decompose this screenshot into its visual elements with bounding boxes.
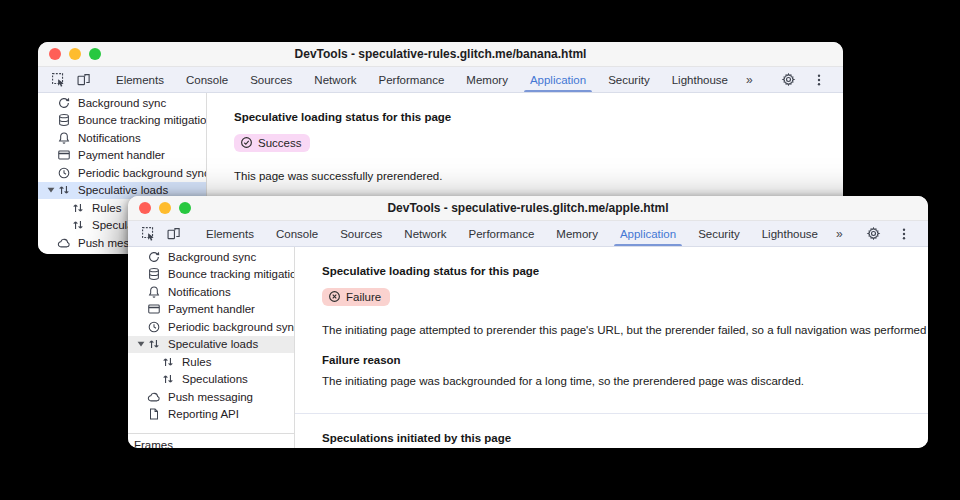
sidebar-item-periodic-background-sync[interactable]: Periodic background sync bbox=[38, 164, 206, 182]
status-heading: Speculative loading status for this page bbox=[234, 109, 843, 125]
status-detail-text: The initiating page attempted to prerend… bbox=[322, 322, 928, 338]
close-window-button[interactable] bbox=[49, 48, 61, 60]
sidebar-item-reporting-api[interactable]: Reporting API bbox=[128, 406, 294, 424]
device-toolbar-icon[interactable] bbox=[73, 70, 93, 90]
tab-network[interactable]: Network bbox=[393, 221, 457, 246]
traffic-lights bbox=[38, 48, 101, 60]
sidebar-item-payment-handler[interactable]: Payment handler bbox=[128, 301, 294, 319]
kebab-menu-icon[interactable] bbox=[809, 70, 829, 90]
panel-tabs: Elements Console Sources Network Perform… bbox=[195, 221, 850, 246]
titlebar: DevTools - speculative-rules.glitch.me/a… bbox=[128, 196, 928, 221]
section-divider bbox=[295, 413, 928, 414]
more-tabs-button[interactable]: » bbox=[739, 67, 760, 92]
sidebar-item-payment-handler[interactable]: Payment handler bbox=[38, 147, 206, 165]
sidebar-item-rules[interactable]: Rules bbox=[128, 353, 294, 371]
tab-console[interactable]: Console bbox=[175, 67, 239, 92]
bell-icon bbox=[146, 284, 162, 300]
tab-sources[interactable]: Sources bbox=[329, 221, 393, 246]
document-icon bbox=[146, 406, 162, 422]
bell-icon bbox=[56, 130, 72, 146]
cloud-icon bbox=[146, 389, 162, 405]
tab-elements[interactable]: Elements bbox=[105, 67, 175, 92]
speculative-loads-report: Speculative loading status for this page… bbox=[295, 247, 928, 448]
failure-reason-heading: Failure reason bbox=[322, 352, 928, 368]
tab-security[interactable]: Security bbox=[687, 221, 751, 246]
clock-icon bbox=[146, 319, 162, 335]
up-down-arrows-icon bbox=[56, 182, 72, 198]
tab-elements[interactable]: Elements bbox=[195, 221, 265, 246]
up-down-arrows-icon bbox=[146, 336, 162, 352]
tab-performance[interactable]: Performance bbox=[368, 67, 456, 92]
settings-gear-icon[interactable] bbox=[778, 70, 798, 90]
kebab-menu-icon[interactable] bbox=[894, 224, 914, 244]
sync-icon bbox=[146, 249, 162, 265]
check-circle-icon bbox=[240, 136, 253, 151]
sidebar-item-bounce-tracking-mitigations[interactable]: Bounce tracking mitigations bbox=[128, 266, 294, 284]
speculations-heading: Speculations initiated by this page bbox=[322, 430, 928, 446]
inspect-element-icon[interactable] bbox=[138, 224, 158, 244]
status-detail-text: This page was successfully prerendered. bbox=[234, 168, 843, 184]
tab-memory[interactable]: Memory bbox=[455, 67, 519, 92]
tab-memory[interactable]: Memory bbox=[545, 221, 609, 246]
zoom-window-button[interactable] bbox=[179, 202, 191, 214]
zoom-window-button[interactable] bbox=[89, 48, 101, 60]
sidebar-item-notifications[interactable]: Notifications bbox=[128, 283, 294, 301]
window-title: DevTools - speculative-rules.glitch.me/b… bbox=[38, 47, 843, 61]
close-window-button[interactable] bbox=[139, 202, 151, 214]
inspect-element-icon[interactable] bbox=[48, 70, 68, 90]
status-badge-label: Failure bbox=[346, 291, 381, 303]
more-tabs-button[interactable]: » bbox=[829, 221, 850, 246]
status-badge: Failure bbox=[322, 288, 390, 306]
window-title: DevTools - speculative-rules.glitch.me/a… bbox=[128, 201, 928, 215]
tab-application[interactable]: Application bbox=[519, 67, 597, 92]
database-icon bbox=[146, 266, 162, 282]
sidebar-item-speculative-loads[interactable]: Speculative loads bbox=[128, 336, 294, 354]
document-icon bbox=[56, 252, 72, 254]
up-down-arrows-icon bbox=[70, 200, 86, 216]
failure-reason-text: The initiating page was backgrounded for… bbox=[322, 373, 928, 389]
sidebar-item-notifications[interactable]: Notifications bbox=[38, 129, 206, 147]
cross-circle-icon bbox=[328, 290, 341, 305]
tab-lighthouse[interactable]: Lighthouse bbox=[661, 67, 739, 92]
up-down-arrows-icon bbox=[160, 371, 176, 387]
sidebar-item-periodic-background-sync[interactable]: Periodic background sync bbox=[128, 318, 294, 336]
up-down-arrows-icon bbox=[160, 354, 176, 370]
payment-card-icon bbox=[56, 147, 72, 163]
traffic-lights bbox=[128, 202, 191, 214]
tab-application[interactable]: Application bbox=[609, 221, 687, 246]
tab-sources[interactable]: Sources bbox=[239, 67, 303, 92]
minimize-window-button[interactable] bbox=[69, 48, 81, 60]
devtools-window-apple: DevTools - speculative-rules.glitch.me/a… bbox=[128, 196, 928, 448]
sidebar-item-background-sync[interactable]: Background sync bbox=[128, 248, 294, 266]
payment-card-icon bbox=[146, 301, 162, 317]
minimize-window-button[interactable] bbox=[159, 202, 171, 214]
tab-security[interactable]: Security bbox=[597, 67, 661, 92]
titlebar: DevTools - speculative-rules.glitch.me/b… bbox=[38, 42, 843, 67]
status-badge-label: Success bbox=[258, 137, 301, 149]
devtools-tab-strip: Elements Console Sources Network Perform… bbox=[38, 67, 843, 93]
sidebar-item-frames[interactable]: Frames bbox=[128, 434, 294, 448]
status-badge: Success bbox=[234, 134, 310, 152]
panel-tabs: Elements Console Sources Network Perform… bbox=[105, 67, 760, 92]
sync-icon bbox=[56, 95, 72, 111]
database-icon bbox=[56, 112, 72, 128]
sidebar-item-background-sync[interactable]: Background sync bbox=[38, 94, 206, 112]
application-panel-sidebar: Background sync Bounce tracking mitigati… bbox=[128, 247, 295, 448]
clock-icon bbox=[56, 165, 72, 181]
devtools-tab-strip: Elements Console Sources Network Perform… bbox=[128, 221, 928, 247]
up-down-arrows-icon bbox=[70, 217, 86, 233]
expand-triangle-icon[interactable] bbox=[45, 186, 56, 194]
tab-network[interactable]: Network bbox=[303, 67, 367, 92]
tab-performance[interactable]: Performance bbox=[458, 221, 546, 246]
tab-console[interactable]: Console bbox=[265, 221, 329, 246]
status-heading: Speculative loading status for this page bbox=[322, 263, 928, 279]
sidebar-item-speculations[interactable]: Speculations bbox=[128, 371, 294, 389]
sidebar-item-bounce-tracking-mitigations[interactable]: Bounce tracking mitigations bbox=[38, 112, 206, 130]
cloud-icon bbox=[56, 235, 72, 251]
device-toolbar-icon[interactable] bbox=[163, 224, 183, 244]
settings-gear-icon[interactable] bbox=[863, 224, 883, 244]
sidebar-item-push-messaging[interactable]: Push messaging bbox=[128, 388, 294, 406]
tab-lighthouse[interactable]: Lighthouse bbox=[751, 221, 829, 246]
expand-triangle-icon[interactable] bbox=[135, 340, 146, 348]
